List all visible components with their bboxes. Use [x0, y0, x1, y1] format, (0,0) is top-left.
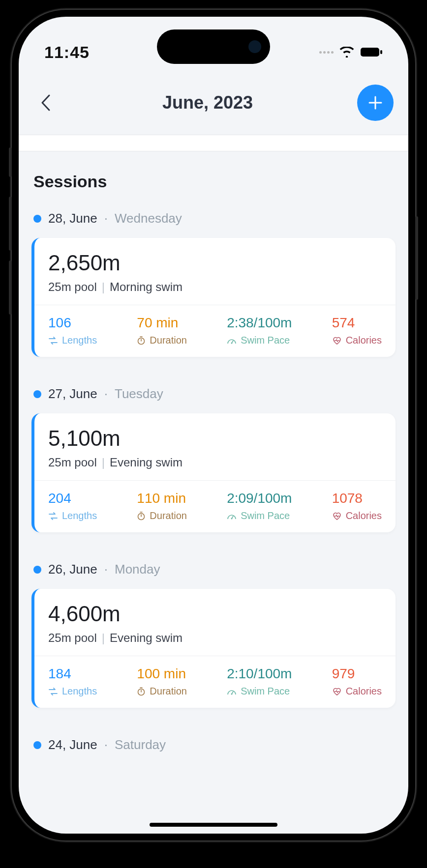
- date-separator: ·: [104, 211, 108, 226]
- session-distance: 4,600m: [48, 602, 382, 626]
- stopwatch-icon: [137, 687, 146, 696]
- svg-rect-0: [361, 48, 379, 57]
- lengths-icon: [48, 337, 58, 345]
- date-day: Wednesday: [115, 211, 182, 226]
- front-camera: [248, 40, 261, 53]
- stopwatch-icon: [137, 512, 146, 521]
- phone-screen: 11:45 June, 2023: [19, 17, 408, 834]
- session-distance: 2,650m: [48, 251, 382, 275]
- wifi-icon: [339, 47, 354, 58]
- gauge-icon: [227, 512, 237, 520]
- gauge-icon: [227, 337, 237, 345]
- date-day: Monday: [115, 562, 160, 577]
- lengths-icon: [48, 512, 58, 520]
- date-separator: ·: [104, 737, 108, 752]
- section-title: Sessions: [33, 172, 394, 191]
- calories-value: 1078: [332, 491, 382, 506]
- phone-frame: 11:45 June, 2023: [12, 10, 415, 840]
- pace-value: 2:09/100m: [227, 491, 292, 506]
- date-dot-icon: [33, 741, 41, 749]
- date-separator: ·: [104, 386, 108, 402]
- date-dot-icon: [33, 566, 41, 574]
- calories-label: Calories: [346, 686, 382, 697]
- home-indicator[interactable]: [150, 823, 277, 827]
- heart-icon: [332, 687, 342, 696]
- date-dot-icon: [33, 215, 41, 223]
- lengths-value: 106: [48, 315, 97, 331]
- pace-label: Swim Pace: [241, 335, 290, 346]
- pace-value: 2:38/100m: [227, 315, 292, 331]
- session-date-row: 26, June · Monday: [33, 562, 394, 577]
- plus-icon: [368, 95, 383, 110]
- add-button[interactable]: [357, 85, 394, 121]
- heart-icon: [332, 512, 342, 521]
- pace-label: Swim Pace: [241, 510, 290, 521]
- date-main: 27, June: [48, 386, 97, 402]
- date-dot-icon: [33, 390, 41, 398]
- page-title: June, 2023: [162, 92, 253, 113]
- session-pool: 25m pool: [48, 631, 97, 645]
- cellular-dots-icon: [319, 51, 334, 54]
- lengths-label: Lengths: [62, 510, 97, 521]
- duration-label: Duration: [150, 686, 187, 697]
- content-area[interactable]: Sessions 28, June · Wednesday 2,650m 25m…: [19, 172, 408, 752]
- date-day: Saturday: [115, 737, 166, 752]
- lengths-value: 204: [48, 491, 97, 506]
- calories-value: 979: [332, 666, 382, 682]
- stopwatch-icon: [137, 336, 146, 345]
- duration-label: Duration: [150, 510, 187, 521]
- session-pool: 25m pool: [48, 280, 97, 294]
- gauge-icon: [227, 688, 237, 695]
- session-date-row: 28, June · Wednesday: [33, 211, 394, 226]
- duration-value: 100 min: [137, 666, 187, 682]
- battery-icon: [360, 47, 383, 58]
- session-date-row: 24, June · Saturday: [33, 737, 394, 752]
- dynamic-island: [157, 29, 270, 64]
- session-tag: Evening swim: [110, 456, 183, 469]
- session-card[interactable]: 5,100m 25m pool | Evening swim 204 Lengt…: [31, 413, 396, 532]
- duration-value: 70 min: [137, 315, 187, 331]
- session-pool: 25m pool: [48, 456, 97, 469]
- subtitle-separator: |: [102, 280, 105, 294]
- pace-label: Swim Pace: [241, 686, 290, 697]
- date-separator: ·: [104, 562, 108, 577]
- pace-value: 2:10/100m: [227, 666, 292, 682]
- date-main: 28, June: [48, 211, 97, 226]
- back-button[interactable]: [33, 90, 58, 115]
- app-header: June, 2023: [19, 71, 408, 135]
- lengths-icon: [48, 688, 58, 695]
- session-tag: Morning swim: [110, 280, 183, 294]
- subtitle-separator: |: [102, 631, 105, 645]
- session-tag: Evening swim: [110, 631, 183, 645]
- session-distance: 5,100m: [48, 426, 382, 451]
- calories-label: Calories: [346, 335, 382, 346]
- subtitle-separator: |: [102, 456, 105, 469]
- session-card[interactable]: 2,650m 25m pool | Morning swim 106 Lengt…: [31, 238, 396, 357]
- date-main: 26, June: [48, 562, 97, 577]
- lengths-label: Lengths: [62, 686, 97, 697]
- session-date-row: 27, June · Tuesday: [33, 386, 394, 402]
- duration-value: 110 min: [137, 491, 187, 506]
- chevron-left-icon: [39, 93, 52, 112]
- date-day: Tuesday: [115, 386, 163, 402]
- date-main: 24, June: [48, 737, 97, 752]
- lengths-value: 184: [48, 666, 97, 682]
- calories-value: 574: [332, 315, 382, 331]
- lengths-label: Lengths: [62, 335, 97, 346]
- session-card[interactable]: 4,600m 25m pool | Evening swim 184 Lengt…: [31, 589, 396, 708]
- calories-label: Calories: [346, 510, 382, 521]
- svg-rect-1: [380, 50, 382, 54]
- divider-bar: [19, 135, 408, 151]
- status-time: 11:45: [44, 43, 90, 62]
- duration-label: Duration: [150, 335, 187, 346]
- heart-icon: [332, 336, 342, 345]
